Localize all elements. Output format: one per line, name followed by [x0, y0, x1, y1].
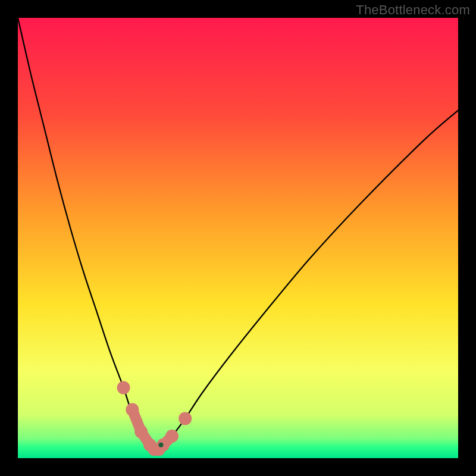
marker-dot: [165, 430, 178, 443]
marker-dot: [117, 381, 130, 394]
plot-area: [18, 18, 458, 458]
minimum-dot: [159, 443, 164, 447]
watermark-text: TheBottleneck.com: [356, 2, 470, 18]
bottleneck-curve: [18, 18, 458, 450]
marker-dot: [178, 412, 192, 425]
chart-frame: TheBottleneck.com: [0, 0, 476, 476]
curve-markers: [117, 381, 192, 456]
curve-layer: [18, 18, 458, 458]
